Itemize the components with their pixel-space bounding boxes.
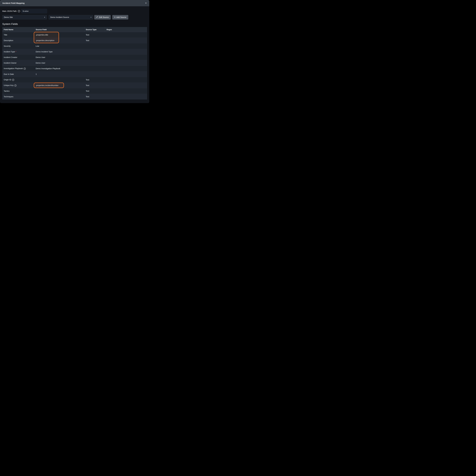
field-name-label: Techniques xyxy=(4,96,13,98)
regex-cell[interactable] xyxy=(105,83,147,88)
field-name-label: Due In Date xyxy=(4,73,14,75)
source-field-cell[interactable]: Low xyxy=(34,43,85,49)
field-name-label: Incident Type xyxy=(4,51,15,53)
json-path-label: Main JSON Path: xyxy=(2,10,17,12)
regex-cell[interactable] xyxy=(105,38,147,43)
field-name-label: Title xyxy=(4,34,7,36)
source-field-cell[interactable]: Demo User xyxy=(34,60,85,66)
table-row: SeverityLow xyxy=(2,43,147,49)
modal-titlebar: Incident Field Mapping ✕ xyxy=(0,0,149,6)
table-header-row: Field Name Source Field Source Type Rege… xyxy=(2,27,147,32)
regex-cell[interactable] xyxy=(105,71,147,77)
pencil-icon xyxy=(96,16,98,18)
plus-icon: + xyxy=(114,16,116,18)
add-source-button[interactable]: + Add Source xyxy=(112,15,128,19)
source-field-cell[interactable] xyxy=(34,77,85,83)
source-type-cell[interactable]: Text xyxy=(85,32,105,38)
source-type-cell[interactable] xyxy=(85,71,105,77)
incident-source-dropdown-value: Demo Incident Source xyxy=(50,16,69,18)
regex-cell[interactable] xyxy=(105,32,147,38)
table-row: Incident CreatorDemo User xyxy=(2,54,147,60)
source-field-cell[interactable]: .properties.description xyxy=(34,38,85,43)
table-row: Incident OwnerDemo User xyxy=(2,60,147,66)
regex-cell[interactable] xyxy=(105,60,147,66)
json-path-help-icon[interactable]: ? xyxy=(18,10,20,12)
field-name-label: Origin ID xyxy=(4,79,11,81)
source-field-cell[interactable]: Demo Investigation Playbook xyxy=(34,66,85,71)
field-name-cell: Title xyxy=(2,32,34,38)
field-name-cell: Investigation Playbook? xyxy=(2,66,34,71)
source-field-cell[interactable]: .properties.title xyxy=(34,32,85,38)
field-name-label: Tactics xyxy=(4,90,10,92)
site-dropdown[interactable]: Demo Site ▼ xyxy=(2,15,47,19)
column-header-field-name: Field Name xyxy=(2,27,34,32)
table-row: Incident Type*Demo Incident Type xyxy=(2,49,147,54)
regex-cell[interactable] xyxy=(105,49,147,54)
json-path-row: Main JSON Path: ? xyxy=(2,9,147,13)
source-type-cell[interactable]: Text xyxy=(85,77,105,83)
regex-cell[interactable] xyxy=(105,66,147,71)
source-field-cell[interactable]: 1 xyxy=(34,71,85,77)
field-name-label: Investigation Playbook xyxy=(4,68,23,69)
field-name-cell: Incident Type* xyxy=(2,49,34,54)
field-name-cell: Due In Date xyxy=(2,71,34,77)
table-row: Due In Date1 xyxy=(2,71,147,77)
field-name-label: Incident Owner xyxy=(4,62,17,64)
table-row: Description.properties.descriptionText xyxy=(2,38,147,43)
regex-cell[interactable] xyxy=(105,88,147,94)
field-name-cell: Unique Key? xyxy=(2,83,34,88)
field-name-label: Incident Creator xyxy=(4,56,17,58)
table-row: TechniquesText xyxy=(2,94,147,100)
column-header-source-type: Source Type xyxy=(85,27,105,32)
system-fields-table: Field Name Source Field Source Type Rege… xyxy=(2,27,147,100)
table-row: Investigation Playbook?Demo Investigatio… xyxy=(2,66,147,71)
source-type-cell[interactable] xyxy=(85,49,105,54)
field-name-label: Description xyxy=(4,39,13,41)
regex-cell[interactable] xyxy=(105,43,147,49)
table-body: Title.properties.titleTextDescription.pr… xyxy=(2,32,147,100)
field-name-label: Severity xyxy=(4,45,11,47)
source-field-cell[interactable]: Demo User xyxy=(34,54,85,60)
regex-cell[interactable] xyxy=(105,54,147,60)
add-source-label: Add Source xyxy=(116,16,126,18)
source-field-cell[interactable] xyxy=(34,88,85,94)
chevron-down-icon: ▼ xyxy=(44,17,45,18)
modal-title: Incident Field Mapping xyxy=(2,2,25,4)
help-icon[interactable]: ? xyxy=(12,79,14,81)
source-type-cell[interactable] xyxy=(85,60,105,66)
help-icon[interactable]: ? xyxy=(14,85,17,86)
source-type-cell[interactable] xyxy=(85,66,105,71)
edit-source-label: Edit Source xyxy=(99,16,109,18)
field-name-cell: Incident Creator xyxy=(2,54,34,60)
field-name-cell: Severity xyxy=(2,43,34,49)
column-header-source-field: Source Field xyxy=(34,27,85,32)
table-row: Unique Key?.properties.incidentNumberTex… xyxy=(2,83,147,88)
table-row: TacticsText xyxy=(2,88,147,94)
source-type-cell[interactable]: Text xyxy=(85,38,105,43)
field-name-cell: Origin ID? xyxy=(2,77,34,83)
table-row: Origin ID?Text xyxy=(2,77,147,83)
incident-field-mapping-modal: Incident Field Mapping ✕ Main JSON Path:… xyxy=(0,0,149,103)
source-type-cell[interactable] xyxy=(85,43,105,49)
json-path-input[interactable] xyxy=(21,9,47,13)
source-field-cell[interactable] xyxy=(34,94,85,100)
site-dropdown-value: Demo Site xyxy=(4,16,13,18)
source-type-cell[interactable]: Text xyxy=(85,83,105,88)
column-header-regex: Regex xyxy=(105,27,147,32)
regex-cell[interactable] xyxy=(105,77,147,83)
field-name-cell: Description xyxy=(2,38,34,43)
field-name-cell: Techniques xyxy=(2,94,34,100)
source-type-cell[interactable] xyxy=(85,54,105,60)
incident-source-dropdown[interactable]: Demo Incident Source ▼ xyxy=(49,15,93,19)
source-field-cell[interactable]: .properties.incidentNumber xyxy=(34,83,85,88)
source-field-cell[interactable]: Demo Incident Type xyxy=(34,49,85,54)
help-icon[interactable]: ? xyxy=(24,68,26,70)
required-asterisk: * xyxy=(16,51,16,53)
controls-row: Demo Site ▼ Demo Incident Source ▼ Edit … xyxy=(2,15,147,19)
close-icon[interactable]: ✕ xyxy=(145,2,147,4)
field-name-label: Unique Key xyxy=(4,84,14,86)
source-type-cell[interactable]: Text xyxy=(85,88,105,94)
source-type-cell[interactable]: Text xyxy=(85,94,105,100)
regex-cell[interactable] xyxy=(105,94,147,100)
edit-source-button[interactable]: Edit Source xyxy=(94,15,111,19)
